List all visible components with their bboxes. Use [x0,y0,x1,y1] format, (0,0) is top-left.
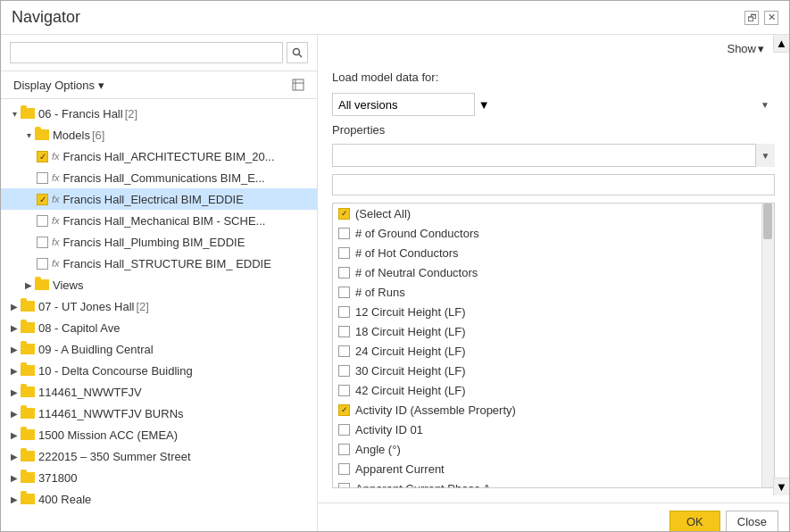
restore-button[interactable]: 🗗 [744,11,759,25]
nav-action-button[interactable] [288,75,308,95]
tree-item[interactable]: ▶400 Reale [1,488,317,510]
prop-item-checkbox[interactable] [338,287,350,298]
prop-item-checkbox[interactable] [338,365,350,377]
prop-item-checkbox[interactable] [338,306,350,318]
expand-arrow-icon[interactable]: ▶ [8,428,21,441]
tree-item-checkbox[interactable] [37,237,48,248]
prop-item[interactable]: 18 Circuit Height (LF) [333,321,774,341]
folder-icon [35,279,49,290]
prop-item-checkbox[interactable] [338,424,350,436]
scroll-down-button[interactable]: ▼ [773,478,789,495]
prop-search-input[interactable] [332,174,775,195]
left-panel: Display Options ▾ ▾06 - Francis Hall [2]… [1,35,318,531]
tree-item[interactable]: fxFrancis Hall_Mechanical BIM - SCHE... [1,210,317,231]
prop-item-checkbox[interactable] [338,404,350,416]
prop-item[interactable]: 42 Circuit Height (LF) [333,380,774,400]
tree-item[interactable]: ▾06 - Francis Hall [2] [1,103,317,124]
tree-item[interactable]: fxFrancis Hall_ARCHITECTURE BIM_20... [1,145,317,167]
svg-rect-2 [293,79,304,90]
tree-item[interactable]: fxFrancis Hall_Electrical BIM_EDDIE [1,188,317,210]
tree-item-checkbox[interactable] [37,215,48,227]
prop-item[interactable]: Activity ID 01 [333,420,774,439]
prop-item-checkbox[interactable] [338,483,350,489]
tree-area[interactable]: ▾06 - Francis Hall [2]▾Models [6]fxFranc… [1,99,317,531]
prop-item[interactable]: 24 Circuit Height (LF) [333,341,774,361]
expand-arrow-icon[interactable]: ▶ [8,321,21,334]
prop-item-checkbox[interactable] [338,247,350,259]
prop-item[interactable]: Activity ID (Assemble Property) [333,400,774,420]
expand-arrow-icon[interactable]: ▶ [8,450,21,462]
prop-item-checkbox[interactable] [338,228,350,239]
show-button[interactable]: Show ▾ [727,42,764,55]
expand-arrow-icon[interactable]: ▶ [8,493,21,505]
tree-item[interactable]: fxFrancis Hall_Communications BIM_E... [1,167,317,188]
fx-label: fx [52,237,60,247]
tree-item[interactable]: fxFrancis Hall_Plumbing BIM_EDDIE [1,231,317,253]
tree-item[interactable]: fxFrancis Hall_STRUCTURE BIM_ EDDIE [1,253,317,274]
ok-button[interactable]: OK [669,511,720,531]
search-input[interactable] [10,42,283,63]
tree-item[interactable]: ▾Models [6] [1,124,317,145]
prop-item-checkbox[interactable] [338,267,350,278]
tree-item[interactable]: ▶07 - UT Jones Hall [2] [1,295,317,317]
tree-item[interactable]: ▶222015 – 350 Summer Street [1,445,317,467]
search-button[interactable] [287,42,308,63]
prop-item[interactable]: # of Ground Conductors [333,223,774,243]
prop-list-scrollbar[interactable] [761,204,774,487]
prop-list[interactable]: (Select All)# of Ground Conductors# of H… [332,203,775,488]
expand-arrow-icon[interactable]: ▾ [22,129,35,141]
title-bar: Navigator 🗗 ✕ [1,1,789,35]
prop-item[interactable]: Angle (°) [333,439,774,459]
display-options-arrow: ▾ [98,79,104,92]
expand-arrow-icon[interactable]: ▾ [8,107,21,120]
prop-item-checkbox[interactable] [338,444,350,455]
folder-icon [21,301,35,312]
prop-item[interactable]: (Select All) [333,204,774,223]
tree-item[interactable]: ▶371800 [1,467,317,488]
expand-arrow-icon[interactable]: ▶ [8,471,21,484]
tree-item[interactable]: ▶114461_NWWTFJV [1,381,317,403]
expand-arrow-icon[interactable]: ▶ [8,300,21,312]
tree-item[interactable]: ▶114461_NWWTFJV BURNs [1,403,317,424]
expand-arrow-icon[interactable]: ▶ [8,364,21,377]
prop-item[interactable]: Apparent Current [333,459,774,478]
expand-arrow-icon[interactable]: ▶ [8,386,21,398]
tree-item[interactable]: ▶09 - A Buidling Central [1,338,317,360]
prop-item-checkbox[interactable] [338,208,350,220]
prop-item[interactable]: # of Neutral Conductors [333,262,774,282]
display-options-button[interactable]: Display Options ▾ [10,77,108,94]
expand-arrow-icon[interactable]: ▶ [22,278,35,291]
tree-item[interactable]: ▶10 - Delta Concourse Buidling [1,360,317,381]
prop-item-text: Apparent Current Phase A [355,482,491,489]
expand-arrow-icon[interactable]: ▶ [8,407,21,420]
prop-item-checkbox[interactable] [338,385,350,396]
tree-item[interactable]: ▶1500 Mission ACC (EMEA) [1,424,317,445]
expand-arrow-icon[interactable]: ▶ [8,343,21,355]
tree-item-text: 10 - Delta Concourse Buidling [38,364,193,378]
versions-select[interactable]: All versions [332,93,475,116]
show-arrow: ▾ [758,42,764,55]
fx-label: fx [52,215,60,226]
tree-item[interactable]: ▶Views [1,274,317,295]
scroll-up-button[interactable]: ▲ [773,35,789,53]
tree-item-text: 07 - UT Jones Hall [38,300,134,313]
prop-item[interactable]: # of Hot Conductors [333,243,774,262]
prop-item[interactable]: Apparent Current Phase A [333,478,774,488]
close-window-button[interactable]: ✕ [764,11,778,25]
prop-item-checkbox[interactable] [338,345,350,357]
prop-item[interactable]: # of Runs [333,282,774,302]
close-button[interactable]: Close [726,511,778,531]
prop-item-checkbox[interactable] [338,463,350,475]
tree-item-checkbox[interactable] [37,172,48,184]
tree-item-checkbox[interactable] [37,194,48,205]
tree-item-text: Francis Hall_Mechanical BIM - SCHE... [63,214,266,228]
tree-item-checkbox[interactable] [37,151,48,162]
tree-item[interactable]: ▶08 - Capitol Ave [1,317,317,338]
prop-item[interactable]: 12 Circuit Height (LF) [333,302,774,321]
prop-item-text: Activity ID 01 [355,423,423,436]
prop-dropdown[interactable] [332,144,775,167]
prop-item[interactable]: 30 Circuit Height (LF) [333,361,774,380]
tree-item-checkbox[interactable] [37,258,48,270]
right-panel: Show ▾ ▲ Load model data for: All versio… [318,35,789,531]
prop-item-checkbox[interactable] [338,326,350,337]
